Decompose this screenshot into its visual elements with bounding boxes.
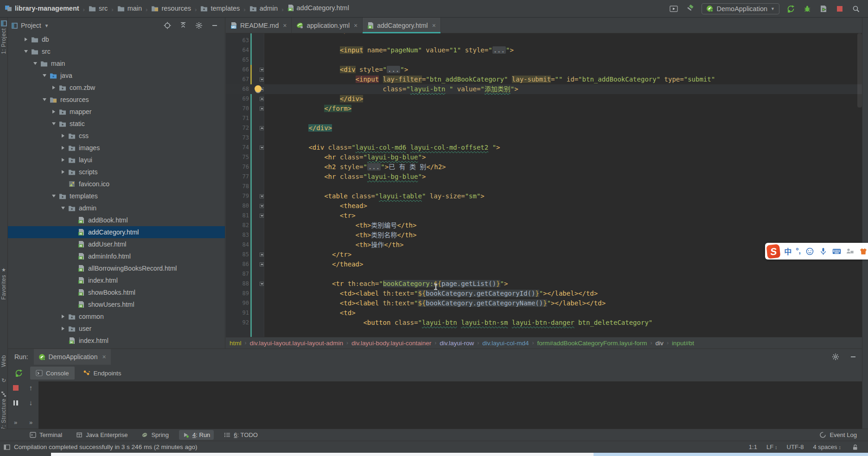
stripe-button-icon[interactable]: ↻	[0, 377, 7, 384]
breadcrumb-item[interactable]: HaddCategory.html	[287, 4, 349, 12]
run-config-tab[interactable]: DemoApplication ×	[34, 349, 111, 365]
chevron-right-icon[interactable]	[62, 146, 64, 150]
fold-marker[interactable]	[260, 146, 264, 150]
scroll-down-button[interactable]: ↓	[26, 398, 36, 407]
run-config-selector[interactable]: DemoApplication▼	[702, 3, 779, 14]
chevron-right-icon[interactable]	[62, 134, 64, 138]
ime-punctuation-toggle[interactable]: °,	[796, 247, 801, 255]
stop-button[interactable]	[835, 4, 844, 13]
tree-item[interactable]: admin	[8, 202, 225, 214]
breadcrumb-item[interactable]: templates	[200, 5, 240, 12]
breadcrumb-item[interactable]: div	[656, 340, 664, 347]
tree-item[interactable]: src	[8, 45, 225, 57]
close-icon[interactable]: ×	[102, 353, 106, 361]
toolwindow-toggle-icon[interactable]	[4, 444, 10, 450]
chevron-right-icon[interactable]	[62, 315, 64, 318]
tree-item[interactable]: templates	[8, 190, 225, 202]
breadcrumb-item[interactable]: div.layui-col-md4	[482, 340, 529, 347]
project-panel-title[interactable]: Project	[21, 22, 41, 29]
close-icon[interactable]: ×	[354, 22, 357, 29]
breadcrumb-item[interactable]: library-management	[5, 5, 79, 12]
search-everywhere-button[interactable]	[851, 4, 861, 13]
tree-item[interactable]: Hindex.html	[8, 274, 225, 286]
tree-item[interactable]: favicon.ico	[8, 178, 225, 190]
tree-item[interactable]: static	[8, 118, 225, 130]
chevron-down-icon[interactable]	[43, 74, 46, 77]
locate-button[interactable]	[163, 21, 172, 30]
editor-tab[interactable]: MDREADME.md×	[226, 18, 292, 33]
breadcrumb-item[interactable]: form#addBookCategoryForm.layui-form	[537, 340, 647, 347]
sogou-logo-icon[interactable]: S	[766, 244, 781, 259]
overflow-chevron-icon[interactable]: »	[29, 419, 32, 426]
tree-item[interactable]: scripts	[8, 166, 225, 178]
tree-item[interactable]: db	[8, 33, 225, 45]
intention-bulb-icon[interactable]	[255, 85, 262, 92]
lock-icon[interactable]	[850, 443, 860, 452]
rerun-button[interactable]	[786, 4, 796, 13]
chevron-right-icon[interactable]	[62, 170, 64, 174]
toolwindow-button-spring[interactable]: Spring	[138, 430, 172, 440]
ime-idcard-button[interactable]	[845, 247, 855, 256]
tree-item[interactable]: mapper	[8, 106, 225, 118]
tree-item[interactable]: resources	[8, 94, 225, 106]
breadcrumb-item[interactable]: div.layui-layout.layui-layout-admin	[250, 340, 344, 347]
tree-item[interactable]: main	[8, 57, 225, 70]
tree-item[interactable]: css	[8, 130, 225, 142]
chevron-down-icon[interactable]	[24, 50, 28, 53]
chevron-right-icon[interactable]	[52, 86, 55, 89]
stop-button[interactable]	[11, 383, 20, 393]
tree-item[interactable]: HadminInfo.html	[8, 250, 225, 262]
tree-item[interactable]: layui	[8, 154, 225, 166]
status-widget[interactable]: UTF-8	[787, 443, 804, 450]
pause-button[interactable]	[11, 398, 20, 407]
build-hammer-button[interactable]	[685, 4, 695, 13]
stripe-button-web[interactable]: Web	[0, 355, 7, 367]
chevron-right-icon[interactable]	[62, 158, 64, 162]
status-widget[interactable]: 1:1	[749, 443, 757, 450]
rerun-button[interactable]	[14, 368, 24, 378]
breadcrumb-item[interactable]: main	[117, 5, 142, 12]
hide-button[interactable]	[210, 21, 219, 30]
code-editor[interactable]: 62 </div>6364 <input name="pageNum" valu…	[226, 33, 868, 337]
breadcrumb-item[interactable]: src	[89, 5, 108, 12]
ime-mic-button[interactable]	[818, 247, 828, 256]
breadcrumb-item[interactable]: input#bt	[672, 340, 694, 347]
editor-scrollbar[interactable]	[857, 33, 862, 108]
breadcrumb-item[interactable]: div.layui-row	[440, 340, 474, 347]
chevron-down-icon[interactable]	[33, 62, 37, 65]
chevron-right-icon[interactable]	[25, 38, 27, 41]
editor-tab[interactable]: application.yml×	[292, 18, 363, 33]
close-icon[interactable]: ×	[432, 22, 436, 29]
tree-item[interactable]: HaddBook.html	[8, 214, 225, 226]
breadcrumb-item[interactable]: admin	[249, 5, 278, 12]
tree-item[interactable]: HallBorrowingBooksRecord.html	[8, 262, 225, 274]
chevron-down-icon[interactable]	[43, 98, 46, 101]
tree-item[interactable]: HshowUsers.html	[8, 298, 225, 310]
hide-button[interactable]	[849, 352, 858, 361]
coverage-button[interactable]	[819, 4, 828, 13]
status-message[interactable]: Compilation completed successfully in 3 …	[14, 443, 197, 450]
overflow-chevron-icon[interactable]: »	[14, 419, 17, 426]
settings-button[interactable]	[194, 21, 204, 30]
fold-marker[interactable]	[260, 282, 264, 286]
breadcrumb-item[interactable]: html	[230, 340, 242, 347]
fold-marker[interactable]	[260, 126, 264, 130]
toolwindow-button-run[interactable]: 4: Run	[179, 430, 214, 440]
console-output[interactable]	[38, 381, 868, 429]
fold-marker[interactable]	[260, 77, 264, 82]
stripe-button-project[interactable]: 1: Project	[0, 20, 7, 54]
tree-item[interactable]: HaddUser.html	[8, 238, 225, 250]
event-log-button[interactable]: Event Log	[819, 431, 868, 438]
toolwindow-button-todo[interactable]: 6: TODO	[220, 430, 262, 440]
fold-marker[interactable]	[260, 214, 264, 218]
chevron-down-icon[interactable]: ▼	[45, 23, 49, 28]
tree-item[interactable]: common	[8, 310, 225, 323]
run-tab-endpoints[interactable]: Endpoints	[77, 367, 127, 380]
tree-item[interactable]: HaddCategory.html	[8, 226, 225, 238]
ime-mode-toggle[interactable]: 中	[784, 246, 791, 257]
run-tab-console[interactable]: Console	[30, 367, 75, 380]
ime-shirt-button[interactable]	[859, 247, 868, 256]
fold-marker[interactable]	[260, 97, 264, 101]
chevron-right-icon[interactable]	[52, 110, 55, 114]
toolwindow-button-terminal[interactable]: Terminal	[26, 430, 66, 440]
